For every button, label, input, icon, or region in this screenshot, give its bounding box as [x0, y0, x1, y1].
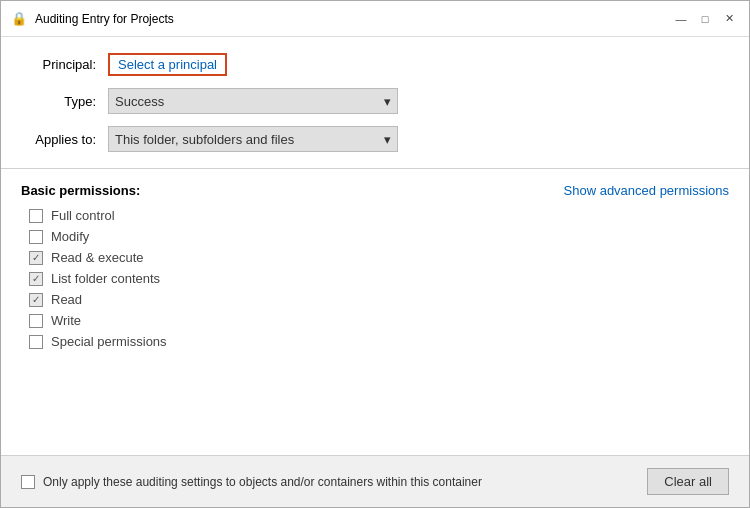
permission-row: Full control	[29, 208, 729, 223]
permission-checkbox-5[interactable]	[29, 314, 43, 328]
checkmark-icon: ✓	[32, 274, 40, 284]
dialog-window: 🔒 Auditing Entry for Projects — □ ✕ Prin…	[0, 0, 750, 508]
permission-checkbox-1[interactable]	[29, 230, 43, 244]
type-label: Type:	[21, 94, 96, 109]
permission-label-5: Write	[51, 313, 81, 328]
permission-row: Modify	[29, 229, 729, 244]
permission-row: ✓List folder contents	[29, 271, 729, 286]
maximize-button[interactable]: □	[695, 9, 715, 29]
permission-label-4: Read	[51, 292, 82, 307]
permissions-area: Basic permissions: Show advanced permiss…	[1, 169, 749, 455]
permission-checkbox-6[interactable]	[29, 335, 43, 349]
permission-label-0: Full control	[51, 208, 115, 223]
minimize-button[interactable]: —	[671, 9, 691, 29]
permission-checkbox-2[interactable]: ✓	[29, 251, 43, 265]
permission-checkbox-0[interactable]	[29, 209, 43, 223]
permission-label-3: List folder contents	[51, 271, 160, 286]
footer-checkbox[interactable]	[21, 475, 35, 489]
permissions-list: Full controlModify✓Read & execute✓List f…	[21, 208, 729, 349]
title-controls: — □ ✕	[671, 9, 739, 29]
applies-row: Applies to: This folder, subfolders and …	[21, 126, 729, 152]
select-principal-link[interactable]: Select a principal	[108, 53, 227, 76]
permission-label-2: Read & execute	[51, 250, 144, 265]
form-area: Principal: Select a principal Type: Succ…	[1, 37, 749, 168]
checkmark-icon: ✓	[32, 253, 40, 263]
applies-label: Applies to:	[21, 132, 96, 147]
close-button[interactable]: ✕	[719, 9, 739, 29]
principal-label: Principal:	[21, 57, 96, 72]
clear-all-button[interactable]: Clear all	[647, 468, 729, 495]
permission-row: ✓Read & execute	[29, 250, 729, 265]
title-bar: 🔒 Auditing Entry for Projects — □ ✕	[1, 1, 749, 37]
permission-row: Write	[29, 313, 729, 328]
permission-label-6: Special permissions	[51, 334, 167, 349]
show-advanced-link[interactable]: Show advanced permissions	[564, 183, 729, 198]
basic-permissions-label: Basic permissions:	[21, 183, 140, 198]
applies-dropdown-arrow: ▾	[384, 132, 391, 147]
applies-select[interactable]: This folder, subfolders and files ▾	[108, 126, 398, 152]
type-select[interactable]: Success ▾	[108, 88, 398, 114]
footer-checkbox-row: Only apply these auditing settings to ob…	[21, 475, 647, 489]
type-value: Success	[115, 94, 164, 109]
permissions-header: Basic permissions: Show advanced permiss…	[21, 183, 729, 198]
applies-value: This folder, subfolders and files	[115, 132, 294, 147]
footer-area: Only apply these auditing settings to ob…	[1, 455, 749, 507]
permission-checkbox-4[interactable]: ✓	[29, 293, 43, 307]
type-dropdown-arrow: ▾	[384, 94, 391, 109]
principal-row: Principal: Select a principal	[21, 53, 729, 76]
type-row: Type: Success ▾	[21, 88, 729, 114]
permission-label-1: Modify	[51, 229, 89, 244]
permission-row: Special permissions	[29, 334, 729, 349]
checkmark-icon: ✓	[32, 295, 40, 305]
permission-checkbox-3[interactable]: ✓	[29, 272, 43, 286]
window-icon: 🔒	[11, 11, 27, 27]
title-bar-left: 🔒 Auditing Entry for Projects	[11, 11, 174, 27]
permission-row: ✓Read	[29, 292, 729, 307]
footer-checkbox-label: Only apply these auditing settings to ob…	[43, 475, 482, 489]
window-title: Auditing Entry for Projects	[35, 12, 174, 26]
